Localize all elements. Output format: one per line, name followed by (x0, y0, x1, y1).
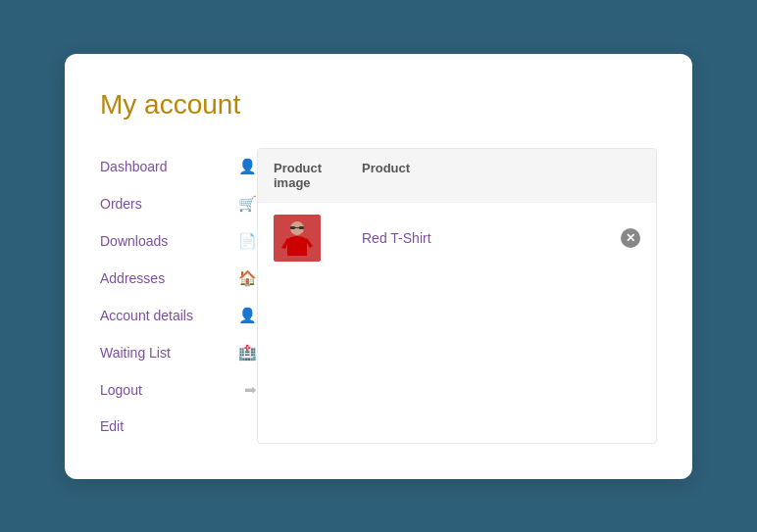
account-details-icon: 👤 (238, 307, 257, 324)
sidebar-item-dashboard[interactable]: Dashboard 👤 (100, 148, 257, 185)
sidebar-label-account-details: Account details (100, 308, 193, 323)
product-link[interactable]: Red T-Shirt (362, 230, 601, 246)
sidebar-label-dashboard: Dashboard (100, 159, 168, 174)
svg-rect-3 (299, 226, 304, 229)
addresses-icon: 🏠 (238, 269, 257, 287)
sidebar-label-waiting-list: Waiting List (100, 345, 171, 361)
sidebar-item-edit[interactable]: Edit (100, 409, 257, 444)
sidebar-item-account-details[interactable]: Account details 👤 (100, 297, 257, 334)
table-row: Red T-Shirt ✕ (258, 202, 656, 273)
product-label: Product (362, 161, 410, 175)
table-header: Productimage Product (258, 149, 656, 202)
main-content: Productimage Product (257, 148, 657, 444)
page-title: My account (100, 89, 657, 121)
sidebar-label-orders: Orders (100, 196, 142, 212)
sidebar-item-downloads[interactable]: Downloads 📄 (100, 222, 257, 260)
product-image-cell (274, 215, 342, 262)
sidebar-label-logout: Logout (100, 382, 142, 398)
product-image (274, 215, 321, 262)
col-header-product: Product (362, 161, 640, 190)
remove-icon: ✕ (621, 228, 640, 248)
downloads-icon: 📄 (238, 232, 257, 250)
svg-rect-2 (290, 226, 295, 229)
sidebar-label-edit: Edit (100, 418, 124, 434)
product-thumbnail (274, 215, 321, 262)
sidebar-item-addresses[interactable]: Addresses 🏠 (100, 260, 257, 297)
waiting-list-icon: 🏥 (238, 344, 257, 362)
sidebar-item-logout[interactable]: Logout ➡ (100, 371, 257, 409)
dashboard-icon: 👤 (238, 158, 257, 175)
col-header-product-image: Productimage (274, 161, 342, 190)
sidebar-label-addresses: Addresses (100, 270, 165, 286)
sidebar-item-orders[interactable]: Orders 🛒 (100, 185, 257, 222)
sidebar-item-waiting-list[interactable]: Waiting List 🏥 (100, 334, 257, 371)
logout-icon: ➡ (244, 381, 257, 399)
account-card: My account Dashboard 👤 Orders 🛒 Download… (65, 54, 692, 479)
orders-icon: 🛒 (238, 195, 257, 213)
remove-button[interactable]: ✕ (621, 228, 640, 248)
product-image-label: Productimage (274, 161, 322, 190)
content-area: Dashboard 👤 Orders 🛒 Downloads 📄 Address… (100, 148, 657, 444)
sidebar: Dashboard 👤 Orders 🛒 Downloads 📄 Address… (100, 148, 257, 444)
sidebar-label-downloads: Downloads (100, 233, 168, 249)
